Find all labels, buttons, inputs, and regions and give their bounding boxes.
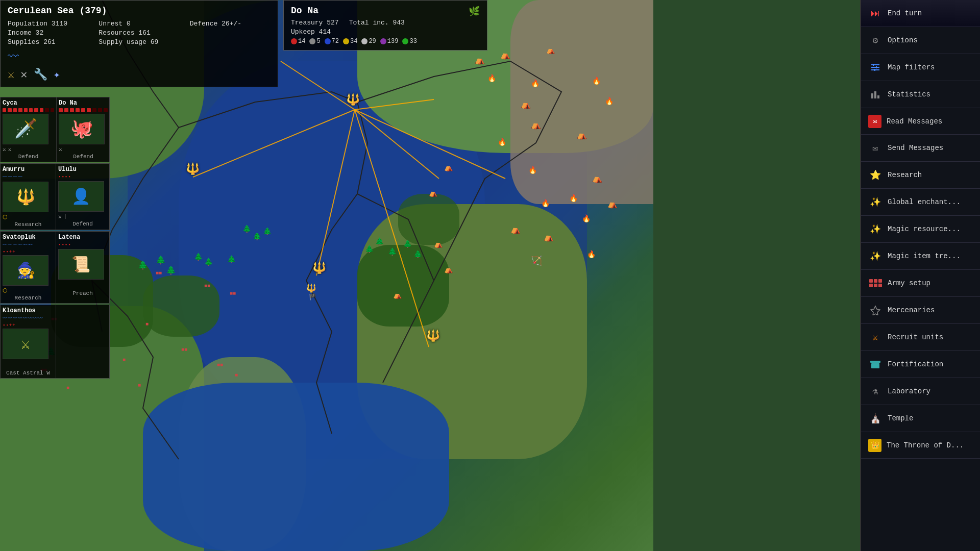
research-button[interactable]: ⭐ Research	[861, 162, 980, 189]
city-west[interactable]: 🔱	[186, 162, 200, 176]
read-messages-icon: ✉	[868, 115, 881, 128]
send-messages-button[interactable]: ✉ Send Messages	[861, 135, 980, 162]
action-icon-3[interactable]: 🔧	[34, 68, 47, 82]
tree-1: 🌲	[156, 255, 166, 265]
mercenaries-button[interactable]: Mercenaries	[861, 297, 980, 324]
laboratory-button[interactable]: ⚗ Laboratory	[861, 378, 980, 405]
army-setup-label: Army setup	[888, 279, 930, 287]
unit-dot-5: ■■	[181, 347, 187, 353]
army-action-amurru: Research	[3, 221, 54, 228]
province-unrest: Unrest 0	[99, 20, 179, 28]
options-label: Options	[888, 36, 918, 44]
fire-6: 🔥	[569, 194, 578, 203]
recruit-units-icon: ⚔	[868, 330, 883, 344]
army-card-1[interactable]: Amurru 〰〰〰〰 🔱 ⬡ Research Ululu ▪▪▪▪ 👤 ⚔|…	[0, 163, 110, 230]
province-name: Cerulean Sea (379)	[8, 6, 271, 16]
tree-14: 🌲	[242, 224, 251, 233]
fortification-button[interactable]: Fortification	[861, 351, 980, 378]
resource-nature: 33	[402, 38, 416, 45]
army-setup-button[interactable]: Army setup	[861, 270, 980, 297]
end-turn-icon: ⏭	[868, 6, 883, 20]
map-filters-button[interactable]: Map filters	[861, 54, 980, 81]
fire-3: 🔥	[498, 138, 506, 146]
recruit-units-label: Recruit units	[888, 333, 943, 341]
city-do-na[interactable]: 🔱	[346, 93, 360, 107]
action-icon-4[interactable]: ✦	[54, 68, 60, 82]
nation-total-inc: Total inc. 943	[349, 19, 405, 27]
purple-tent-1: ⛺	[475, 55, 485, 65]
purple-tent-5: ⛺	[510, 224, 521, 235]
nation-panel: Do Na 🌿 Treasury 527 Total inc. 943 Upke…	[283, 0, 487, 51]
water-icon: 〰	[8, 50, 19, 64]
army-portrait-amurru: 🔱	[3, 182, 48, 212]
province-panel: Cerulean Sea (379) Population 3110 Unres…	[0, 0, 278, 87]
action-icon-2[interactable]: ✕	[20, 68, 27, 82]
fire-10: 🔥	[587, 250, 596, 259]
tree-4: 🌲	[194, 253, 203, 261]
global-enchant-label: Global enchant...	[888, 198, 961, 206]
province-defence: Defence 26+/-	[190, 20, 271, 28]
purple-tent-8: ⛺	[592, 173, 602, 184]
resource-air: 34	[343, 38, 357, 45]
unit-dot-4: ■	[145, 321, 149, 327]
magic-resource-button[interactable]: ✨ Magic resource...	[861, 216, 980, 243]
army-setup-icon	[868, 276, 883, 290]
statistics-icon	[868, 87, 883, 102]
army-portrait-ululu: 👤	[58, 181, 104, 212]
unit-dot-8: ■	[122, 357, 126, 363]
white-unit: 🏹	[531, 255, 542, 266]
purple-tent-3: ⛺	[521, 99, 531, 110]
statistics-button[interactable]: Statistics	[861, 81, 980, 108]
purple-tent-7: ⛺	[577, 130, 587, 140]
global-enchant-icon: ✨	[868, 195, 883, 209]
read-messages-button[interactable]: ✉ Read Messages	[861, 108, 980, 135]
army-portrait-dona: 🐙	[59, 114, 105, 144]
global-enchant-button[interactable]: ✨ Global enchant...	[861, 189, 980, 216]
throne-icon: 👑	[868, 439, 881, 452]
city-bottom[interactable]: 🔱	[426, 329, 440, 343]
throne-button[interactable]: 👑 The Throne of D...	[861, 432, 980, 459]
tree-11: 🌲	[388, 247, 397, 256]
resource-fire: 14	[291, 38, 305, 45]
nation-name: Do Na	[291, 6, 318, 16]
army-name-svat: Svatopluk	[3, 234, 54, 241]
army-card-0[interactable]: Cyca 🗡️ ⚔⚔ Defend Do Na	[0, 97, 110, 162]
temple-icon: ⛪	[868, 411, 883, 425]
unit-dot-6: ■■	[217, 362, 223, 368]
mercenaries-label: Mercenaries	[888, 306, 935, 314]
map-filters-label: Map filters	[888, 63, 935, 71]
red-tent-4: ⛺	[444, 265, 453, 274]
city-south[interactable]: 🔱	[312, 261, 326, 275]
fire-8: 🔥	[592, 77, 601, 85]
svg-rect-14	[874, 91, 876, 98]
end-turn-button[interactable]: ⏭ End turn	[861, 0, 980, 27]
army-action-ululu: Defend	[58, 221, 107, 227]
purple-tent-6: ⛺	[544, 232, 554, 242]
water-unit-1: 🔱	[306, 283, 316, 293]
mercenaries-icon	[868, 303, 883, 317]
action-icon-1[interactable]: ⚔	[8, 68, 14, 82]
temple-button[interactable]: ⛪ Temple	[861, 405, 980, 432]
army-card-3[interactable]: Kloanthos 〰〰〰〰〰〰〰〰 ▪▪++ ⚔ Cast Astral W	[0, 305, 110, 379]
resource-death: 29	[361, 38, 376, 45]
magic-resource-icon: ✨	[868, 222, 883, 236]
fire-5: 🔥	[541, 199, 550, 208]
magic-item-label: Magic item tre...	[888, 252, 961, 260]
recruit-units-button[interactable]: ⚔ Recruit units	[861, 324, 980, 351]
army-panels: Cyca 🗡️ ⚔⚔ Defend Do Na	[0, 97, 110, 380]
fortification-label: Fortification	[888, 360, 943, 368]
svg-rect-15	[877, 95, 879, 98]
options-icon: ⚙	[868, 33, 883, 47]
magic-item-button[interactable]: ✨ Magic item tre...	[861, 243, 980, 270]
army-name-latena: Latena	[58, 234, 107, 241]
resource-astral: 139	[380, 38, 399, 45]
army-card-2[interactable]: Svatopluk 〰〰〰〰〰〰 ▪▪++ 🧙 ⬡ Research Laten…	[0, 231, 110, 304]
purple-tent-9: ⛺	[607, 199, 618, 209]
army-portrait-kloanthos: ⚔	[3, 329, 48, 359]
army-action-latena: Preach	[58, 290, 107, 296]
army-action-dona: Defend	[59, 154, 108, 160]
army-name-cyca: Cyca	[3, 99, 54, 107]
red-tent-3: ⛺	[434, 240, 443, 248]
red-tent-2: ⛺	[429, 189, 437, 197]
options-button[interactable]: ⚙ Options	[861, 27, 980, 54]
